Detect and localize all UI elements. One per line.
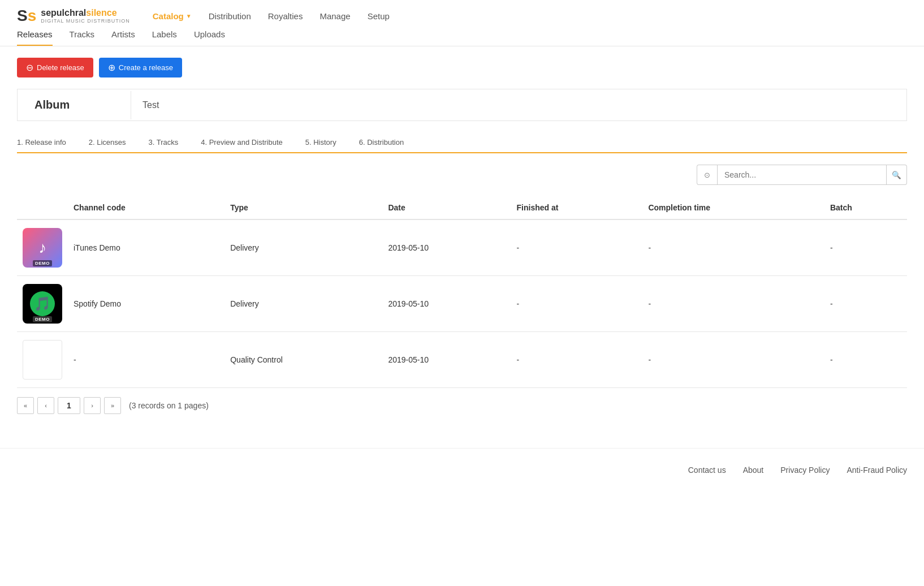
col-logo xyxy=(17,196,68,219)
records-info: (3 records on 1 pages) xyxy=(129,401,209,410)
row-batch: - xyxy=(824,332,907,388)
col-channel-code: Channel code xyxy=(68,196,224,219)
album-value: Test xyxy=(131,91,906,119)
col-completion-time: Completion time xyxy=(642,196,824,219)
nav-manage[interactable]: Manage xyxy=(319,11,350,21)
sub-nav-labels[interactable]: Labels xyxy=(152,29,177,46)
tab-history[interactable]: 5. History xyxy=(294,132,348,152)
logo-text: sepulchralsilence DIGITAL MUSIC DISTRIBU… xyxy=(41,8,130,24)
tab-licenses[interactable]: 2. Licenses xyxy=(77,132,137,152)
create-release-button[interactable]: ⊕ Create a release xyxy=(99,58,182,77)
sub-nav-uploads[interactable]: Uploads xyxy=(194,29,225,46)
row-completion-time: - xyxy=(642,219,824,276)
row-type: Quality Control xyxy=(224,332,382,388)
sub-nav-artists[interactable]: Artists xyxy=(111,29,135,46)
sub-nav-releases[interactable]: Releases xyxy=(17,29,53,46)
row-logo-cell xyxy=(17,332,68,388)
music-note-icon: ♪ xyxy=(38,239,46,257)
nav-royalties[interactable]: Royalties xyxy=(268,11,303,21)
toolbar: ⊖ Delete release ⊕ Create a release xyxy=(17,58,907,77)
next-page-button[interactable]: › xyxy=(84,397,101,414)
pagination: « ‹ 1 › » (3 records on 1 pages) xyxy=(17,397,907,414)
header: Ss sepulchralsilence DIGITAL MUSIC DISTR… xyxy=(0,0,924,46)
row-channel-code: Spotify Demo xyxy=(68,276,224,332)
tabs: 1. Release info 2. Licenses 3. Tracks 4.… xyxy=(17,132,907,153)
table-row: ♪ DEMO iTunes Demo Delivery 2019-05-10 -… xyxy=(17,219,907,276)
filter-icon: ⊙ xyxy=(704,171,710,179)
row-date: 2019-05-10 xyxy=(382,219,511,276)
album-section: Album Test xyxy=(17,89,907,121)
row-logo-cell: ♪ DEMO xyxy=(17,219,68,276)
nav-catalog[interactable]: Catalog ▼ xyxy=(153,11,192,21)
table-row: - Quality Control 2019-05-10 - - - xyxy=(17,332,907,388)
prev-page-button[interactable]: ‹ xyxy=(37,397,54,414)
logo-sepulchral: sepulchral xyxy=(41,8,86,18)
search-input[interactable] xyxy=(717,165,887,185)
tab-distribution[interactable]: 6. Distribution xyxy=(348,132,415,152)
search-icon: 🔍 xyxy=(892,171,901,179)
empty-logo xyxy=(23,340,62,380)
spotify-demo-badge: DEMO xyxy=(33,316,52,322)
footer-about[interactable]: About xyxy=(743,466,764,475)
first-page-button[interactable]: « xyxy=(17,397,34,414)
row-batch: - xyxy=(824,276,907,332)
spotify-circle: 🎵 xyxy=(30,291,55,316)
row-completion-time: - xyxy=(642,276,824,332)
spotify-logo: 🎵 DEMO xyxy=(23,284,62,324)
catalog-arrow-icon: ▼ xyxy=(186,13,192,19)
footer-contact-us[interactable]: Contact us xyxy=(688,466,726,475)
main-content: ⊖ Delete release ⊕ Create a release Albu… xyxy=(0,46,924,425)
last-page-button[interactable]: » xyxy=(104,397,121,414)
col-type: Type xyxy=(224,196,382,219)
logo-silence: silence xyxy=(86,8,116,18)
current-page: 1 xyxy=(58,397,80,414)
itunes-demo-badge: DEMO xyxy=(33,260,52,266)
row-date: 2019-05-10 xyxy=(382,332,511,388)
distribution-table: Channel code Type Date Finished at Compl… xyxy=(17,196,907,388)
tab-tracks[interactable]: 3. Tracks xyxy=(137,132,190,152)
search-filter-button[interactable]: ⊙ xyxy=(697,165,717,185)
row-completion-time: - xyxy=(642,332,824,388)
logo: Ss sepulchralsilence DIGITAL MUSIC DISTR… xyxy=(17,7,130,25)
footer: Contact us About Privacy Policy Anti-Fra… xyxy=(0,448,924,492)
col-batch: Batch xyxy=(824,196,907,219)
row-channel-code: iTunes Demo xyxy=(68,219,224,276)
row-channel-code: - xyxy=(68,332,224,388)
nav-setup[interactable]: Setup xyxy=(368,11,390,21)
row-type: Delivery xyxy=(224,219,382,276)
delete-release-button[interactable]: ⊖ Delete release xyxy=(17,58,93,77)
main-nav: Catalog ▼ Distribution Royalties Manage … xyxy=(153,11,390,21)
itunes-logo: ♪ DEMO xyxy=(23,228,62,268)
delete-icon: ⊖ xyxy=(26,62,33,73)
row-logo-cell: 🎵 DEMO xyxy=(17,276,68,332)
sub-nav-tracks[interactable]: Tracks xyxy=(70,29,94,46)
footer-anti-fraud-policy[interactable]: Anti-Fraud Policy xyxy=(847,466,907,475)
col-finished-at: Finished at xyxy=(511,196,643,219)
create-icon: ⊕ xyxy=(108,62,115,73)
logo-tagline: DIGITAL MUSIC DISTRIBUTION xyxy=(41,18,130,24)
tab-preview-distribute[interactable]: 4. Preview and Distribute xyxy=(189,132,294,152)
table-body: ♪ DEMO iTunes Demo Delivery 2019-05-10 -… xyxy=(17,219,907,388)
header-top: Ss sepulchralsilence DIGITAL MUSIC DISTR… xyxy=(17,0,907,29)
footer-privacy-policy[interactable]: Privacy Policy xyxy=(780,466,830,475)
logo-icon: Ss xyxy=(17,7,36,25)
col-date: Date xyxy=(382,196,511,219)
row-finished-at: - xyxy=(511,332,643,388)
nav-distribution[interactable]: Distribution xyxy=(209,11,251,21)
table-header: Channel code Type Date Finished at Compl… xyxy=(17,196,907,219)
sub-nav: Releases Tracks Artists Labels Uploads xyxy=(17,29,907,46)
row-finished-at: - xyxy=(511,219,643,276)
row-date: 2019-05-10 xyxy=(382,276,511,332)
row-type: Delivery xyxy=(224,276,382,332)
search-area: ⊙ 🔍 xyxy=(17,165,907,185)
spotify-icon: 🎵 xyxy=(34,296,51,312)
tab-release-info[interactable]: 1. Release info xyxy=(17,132,77,152)
row-batch: - xyxy=(824,219,907,276)
table-row: 🎵 DEMO Spotify Demo Delivery 2019-05-10 … xyxy=(17,276,907,332)
search-button[interactable]: 🔍 xyxy=(887,165,907,185)
row-finished-at: - xyxy=(511,276,643,332)
album-label: Album xyxy=(18,89,131,120)
